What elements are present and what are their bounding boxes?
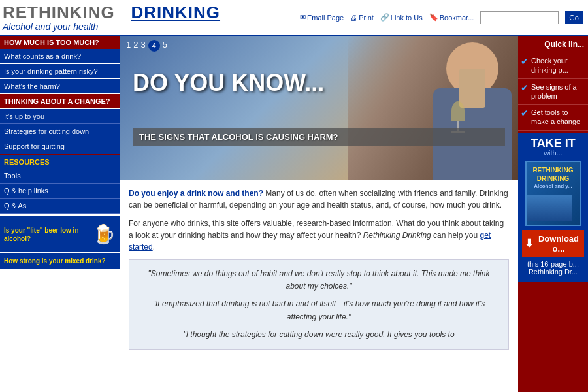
sidebar-item-counts[interactable]: What counts as a drink? (0, 49, 120, 64)
check-icon-2: ✔ (521, 82, 529, 93)
check-icon-1: ✔ (521, 56, 529, 67)
logo-drinking: DRINKING (131, 3, 220, 22)
sidebar-item-quitting[interactable]: Support for quitting (0, 139, 120, 154)
slide-big-text: DO YOU KNOW... (133, 70, 505, 96)
email-page-link[interactable]: ✉ Email Page (300, 13, 344, 22)
search-button[interactable]: Go (565, 11, 583, 24)
sidebar-item-qas[interactable]: Q & As (0, 199, 120, 214)
intro-paragraph: Do you enjoy a drink now and then? Many … (129, 188, 509, 211)
sidebar-item-harm[interactable]: What's the harm? (0, 79, 120, 94)
main-layout: HOW MUCH IS TOO MUCH? What counts as a d… (0, 36, 588, 392)
sidebar-item-tools[interactable]: Tools (0, 169, 120, 184)
print-link[interactable]: 🖨 Print (350, 14, 374, 22)
sidebar-item-help-links[interactable]: Q & help links (0, 184, 120, 199)
quick-links-header: Quick lin... (518, 36, 588, 53)
search-input[interactable] (480, 11, 559, 24)
take-it-sub: with... (522, 149, 584, 157)
quick-link-1[interactable]: ✔ Check your drinking p... (518, 53, 588, 79)
slideshow: 1 2 3 4 5 DO YOU KNOW... THE SIGNS THAT … (120, 36, 518, 180)
quick-link-3[interactable]: ✔ Get tools to make a change (518, 105, 588, 131)
take-it-box: TAKE IT with... RETHINKING DRINKING Alco… (518, 133, 588, 282)
slide-dot-5[interactable]: 5 (163, 40, 167, 52)
sidebar-section-how-much: HOW MUCH IS TOO MUCH? (0, 36, 120, 49)
logo-area: RETHINKING DRINKING Alcohol and your hea… (0, 3, 220, 32)
book-subtitle: Alcohol and y... (527, 183, 580, 189)
download-label: Download o... (536, 234, 581, 253)
left-sidebar: HOW MUCH IS TOO MUCH? What counts as a d… (0, 36, 120, 392)
sidebar-section-resources: RESOURCES (0, 154, 120, 169)
slide-text-overlay: DO YOU KNOW... THE SIGNS THAT ALCOHOL IS… (120, 36, 518, 180)
bookmark-icon: 🔖 (429, 13, 438, 22)
link-to-us-link[interactable]: 🔗 Link to Us (380, 13, 423, 22)
header-right: ✉ Email Page 🖨 Print 🔗 Link to Us 🔖 Book… (300, 11, 583, 24)
download-sublabel: this 16-page b... Rethinking Dr... (522, 257, 584, 278)
slide-dots: 1 2 3 4 5 (126, 40, 167, 52)
take-it-title: TAKE IT (522, 137, 584, 149)
right-sidebar: Quick lin... ✔ Check your drinking p... … (518, 36, 588, 392)
logo-rethinking: RETHINKING (3, 3, 115, 22)
slide-dot-1[interactable]: 1 (126, 40, 131, 52)
quick-link-2[interactable]: ✔ See signs of a problem (518, 79, 588, 105)
para2-end: can help you (431, 231, 480, 240)
quote-box: "Sometimes we do things out of habit and… (129, 259, 509, 350)
quote-3: "I thought the strategies for cutting do… (140, 329, 498, 341)
sidebar-item-thinking-change[interactable]: THINKING ABOUT A CHANGE? (0, 94, 120, 109)
download-button[interactable]: ⬇ Download o... (522, 230, 584, 257)
check-icon-3: ✔ (521, 108, 529, 118)
quote-1: "Sometimes we do things out of habit and… (140, 268, 498, 293)
sidebar-mixed-drink[interactable]: How strong is your mixed drink? (0, 253, 120, 269)
sidebar-item-up-to-you[interactable]: It's up to you (0, 109, 120, 124)
quick-link-1-text: Check your drinking p... (531, 56, 585, 75)
para2-italic: Rethinking Drinking (363, 231, 431, 240)
content-body: Do you enjoy a drink now and then? Many … (120, 180, 518, 392)
slide-sub-text: THE SIGNS THAT ALCOHOL IS CAUSING HARM? (133, 128, 505, 146)
logo-subtitle: Alcohol and your health (3, 22, 220, 32)
book-cover[interactable]: RETHINKING DRINKING Alcohol and y... (525, 161, 581, 226)
beer-icon: 🍺 (93, 223, 116, 245)
sidebar-item-cutting-down[interactable]: Strategies for cutting down (0, 124, 120, 139)
book-title: RETHINKING DRINKING (527, 166, 580, 183)
header-tools: ✉ Email Page 🖨 Print 🔗 Link to Us 🔖 Book… (300, 13, 474, 22)
sidebar-promo-lite-beer[interactable]: Is your "lite" beer low in alcohol? 🍺 (0, 216, 120, 252)
link-icon: 🔗 (380, 13, 389, 22)
second-paragraph: For anyone who drinks, this site offers … (129, 218, 509, 253)
email-icon: ✉ (300, 13, 306, 22)
promo-lite-beer-text: Is your "lite" beer low in alcohol? (4, 226, 90, 243)
download-arrow-icon: ⬇ (525, 237, 533, 250)
mixed-drink-text: How strong is your mixed drink? (4, 257, 116, 265)
quick-link-3-text: Get tools to make a change (531, 108, 585, 127)
quote-2: "It emphasized that drinking is not bad … (140, 298, 498, 323)
sidebar-item-pattern[interactable]: Is your drinking pattern risky? (0, 64, 120, 79)
slide-background: 1 2 3 4 5 DO YOU KNOW... THE SIGNS THAT … (120, 36, 518, 180)
header: RETHINKING DRINKING Alcohol and your hea… (0, 0, 588, 36)
intro-highlight: Do you enjoy a drink now and then? (129, 189, 263, 198)
slide-dot-4[interactable]: 4 (148, 40, 160, 52)
book-image (527, 195, 572, 221)
slide-dot-3[interactable]: 3 (140, 40, 145, 52)
book-cover-text: RETHINKING DRINKING Alcohol and y... (527, 166, 580, 221)
center-content: 1 2 3 4 5 DO YOU KNOW... THE SIGNS THAT … (120, 36, 518, 392)
slide-dot-2[interactable]: 2 (133, 40, 138, 52)
quick-link-2-text: See signs of a problem (531, 82, 585, 101)
bookmark-link[interactable]: 🔖 Bookmar... (429, 13, 474, 22)
print-icon: 🖨 (350, 14, 357, 22)
logo-title: RETHINKING DRINKING (3, 3, 220, 23)
